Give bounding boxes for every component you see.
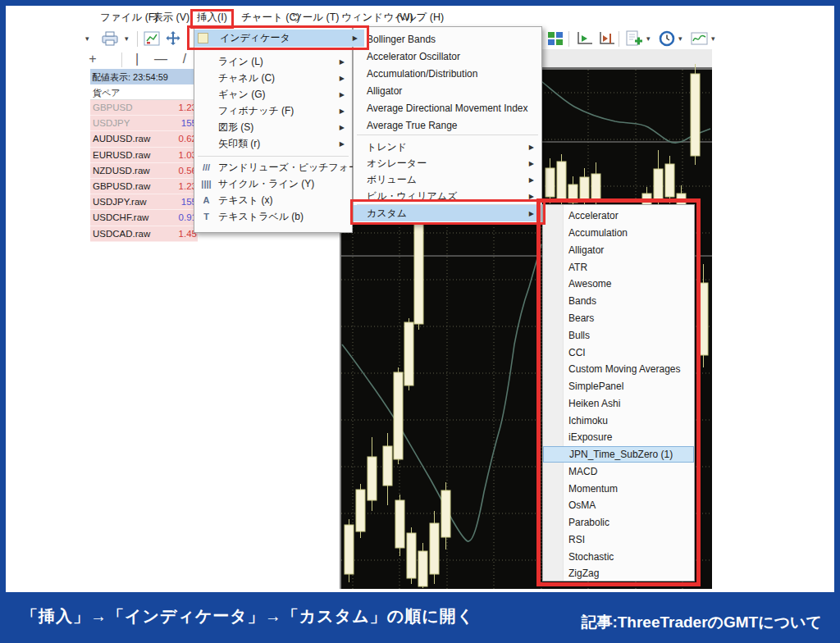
menu-item-label: サイクル・ライン (Y) — [218, 177, 314, 191]
market-watch-row[interactable]: AUDUSD.raw 0.62 — [90, 131, 198, 147]
submenu-arrow-icon: ▶ — [340, 75, 345, 82]
indicators-icon[interactable] — [690, 30, 709, 47]
market-watch-row[interactable]: USDCHF.raw 0.91 — [90, 210, 198, 226]
submenu-arrow-icon: ▶ — [529, 160, 534, 167]
menu-item-label: Accelerator Oscillator — [367, 51, 460, 62]
menu-item-label: 図形 (S) — [218, 121, 253, 135]
toolbar-separator — [137, 31, 138, 47]
menu-help[interactable]: ヘルプ (H) — [395, 11, 444, 25]
symbol-name: NZDUSD.raw — [93, 166, 150, 176]
menu-item[interactable]: 矢印類 (r) ▶ — [194, 135, 352, 152]
market-watch-column-header[interactable]: 貨ペア — [90, 84, 198, 100]
horizontal-line-icon[interactable]: — — [152, 52, 170, 66]
market-watch-row[interactable]: USDJPY 155 — [90, 116, 198, 131]
insert-dropdown-menu: ライン (L) ▶ チャネル (C) ▶ ギャン (G) ▶ フィボナッチ (F… — [194, 26, 353, 233]
market-watch-row[interactable]: EURUSD.raw 1.03 — [90, 148, 198, 163]
menu-item[interactable]: Bollinger Bands — [354, 30, 541, 48]
market-watch-row[interactable]: USDJPY.raw 155 — [90, 194, 198, 210]
submenu-arrow-icon: ▶ — [340, 91, 345, 98]
menu-item-icon: /// — [199, 162, 214, 172]
symbol-name: USDCHF.raw — [93, 212, 148, 222]
timeframe-clock-icon[interactable] — [659, 30, 676, 47]
vertical-line-icon[interactable]: | — [128, 52, 146, 66]
menu-item-label: チャネル (C) — [218, 71, 275, 85]
caption-article: 記事:ThreeTraderのGMTについて — [581, 612, 822, 633]
menu-item-icon: T — [199, 212, 214, 221]
menu-view[interactable]: 表示 (V) — [153, 11, 189, 25]
menu-item-label: ギャン (G) — [218, 88, 266, 102]
market-watch-row[interactable]: GBPUSD 1.23 — [90, 100, 198, 116]
symbol-name: AUDUSD.raw — [93, 134, 150, 144]
crosshair-icon[interactable]: + — [84, 52, 102, 66]
menu-item[interactable]: 図形 (S) ▶ — [194, 119, 352, 135]
menu-item[interactable]: Accelerator Oscillator — [354, 48, 541, 65]
market-watch-row[interactable]: GBPUSD.raw 1.23 — [90, 179, 198, 194]
printer-icon[interactable] — [100, 30, 121, 47]
menu-item-label: フィボナッチ (F) — [218, 104, 294, 118]
caption-steps: 「挿入」→「インディケータ」→「カスタム」の順に開く — [21, 605, 474, 627]
insert-menu-group1: ライン (L) ▶ チャネル (C) ▶ ギャン (G) ▶ フィボナッチ (F… — [194, 53, 352, 152]
indicator-menu-group2: トレンド ▶ オシレーター ▶ ボリューム ▶ ビル・ウィリアムズ ▶ — [354, 139, 541, 204]
menu-item[interactable]: T テキストラベル (b) — [194, 208, 352, 225]
symbol-name: GBPUSD — [93, 103, 133, 112]
menu-item[interactable]: Average True Range — [354, 116, 541, 134]
menu-item[interactable]: トレンド ▶ — [354, 139, 541, 155]
submenu-arrow-icon: ▶ — [340, 124, 345, 131]
submenu-arrow-icon: ▶ — [529, 144, 534, 151]
menu-item-label: Accumulation/Distribution — [367, 68, 477, 80]
indicators-submenu: Bollinger Bands Accelerator Oscillator A… — [353, 26, 542, 224]
printer-caret-icon[interactable]: ▾ — [125, 34, 129, 43]
submenu-arrow-icon: ▶ — [340, 140, 345, 148]
menu-file[interactable]: ファイル (F) — [100, 11, 158, 25]
chart-template-icon[interactable] — [143, 30, 161, 47]
dropdown-caret-icon[interactable]: ▾ — [85, 34, 89, 43]
menu-item-label: オシレーター — [367, 157, 427, 171]
menu-item-label: Bollinger Bands — [367, 34, 436, 45]
menu-item-label: 矢印類 (r) — [218, 137, 260, 151]
menu-item-icon: A — [199, 195, 214, 205]
highlight-box-custom — [350, 199, 546, 225]
highlight-box-indicator — [187, 25, 369, 50]
menu-tools[interactable]: ツール (T) — [292, 11, 340, 25]
menu-item[interactable]: A テキスト (x) — [194, 192, 352, 208]
symbol-name: EURUSD.raw — [93, 150, 150, 160]
new-chart-caret-icon[interactable]: ▾ — [646, 34, 651, 43]
market-watch-row[interactable]: NZDUSD.raw 0.56 — [90, 163, 198, 179]
submenu-arrow-icon: ▶ — [340, 58, 345, 66]
indicators-caret-icon[interactable]: ▾ — [711, 34, 715, 43]
symbol-name: USDJPY — [93, 118, 130, 128]
menu-separator — [357, 135, 538, 135]
submenu-arrow-icon: ▶ — [529, 176, 534, 184]
menu-item-label: テキスト (x) — [218, 194, 272, 207]
toolbar-separator — [568, 31, 569, 47]
symbol-name: GBPUSD.raw — [93, 181, 150, 191]
menu-item[interactable]: チャネル (C) ▶ — [194, 70, 352, 86]
insert-menu-group2: /// アンドリューズ・ピッチフォーク (A) |||| サイクル・ライン (Y… — [194, 159, 352, 225]
menu-item-label: Average Directional Movement Index — [367, 103, 528, 114]
symbol-name: USDJPY.raw — [93, 197, 147, 207]
menu-item[interactable]: ギャン (G) ▶ — [194, 86, 352, 103]
trendline-icon[interactable]: / — [176, 52, 194, 66]
menu-item[interactable]: |||| サイクル・ライン (Y) — [194, 176, 352, 192]
menu-item[interactable]: ボリューム ▶ — [354, 171, 541, 188]
menu-item[interactable]: Accumulation/Distribution — [354, 65, 541, 82]
menu-item-icon: |||| — [199, 179, 214, 189]
auto-scroll-icon[interactable] — [575, 30, 595, 47]
new-chart-icon[interactable] — [624, 30, 644, 47]
menu-item[interactable]: オシレーター ▶ — [354, 155, 541, 171]
menu-item[interactable]: ライン (L) ▶ — [194, 53, 352, 70]
menu-item-label: トレンド — [367, 140, 407, 154]
tile-windows-icon[interactable] — [546, 30, 564, 47]
menu-item[interactable]: Alligator — [354, 82, 541, 99]
move-icon[interactable] — [164, 30, 182, 47]
menu-item[interactable]: Average Directional Movement Index — [354, 99, 541, 116]
clock-caret-icon[interactable]: ▾ — [678, 34, 682, 43]
market-watch-rows: GBPUSD 1.23 USDJPY 155 AUDUSD.raw 0.62 E… — [90, 100, 198, 242]
menu-chart[interactable]: チャート (C) — [241, 11, 300, 25]
menu-item[interactable]: フィボナッチ (F) ▶ — [194, 103, 352, 119]
chart-shift-icon[interactable] — [597, 30, 617, 47]
market-watch-row[interactable]: USDCAD.raw 1.45 — [90, 226, 198, 242]
menu-item[interactable]: /// アンドリューズ・ピッチフォーク (A) — [194, 159, 352, 176]
symbol-name: USDCAD.raw — [93, 229, 150, 239]
market-watch-title: 配値表示: 23:54:59 — [90, 69, 198, 84]
